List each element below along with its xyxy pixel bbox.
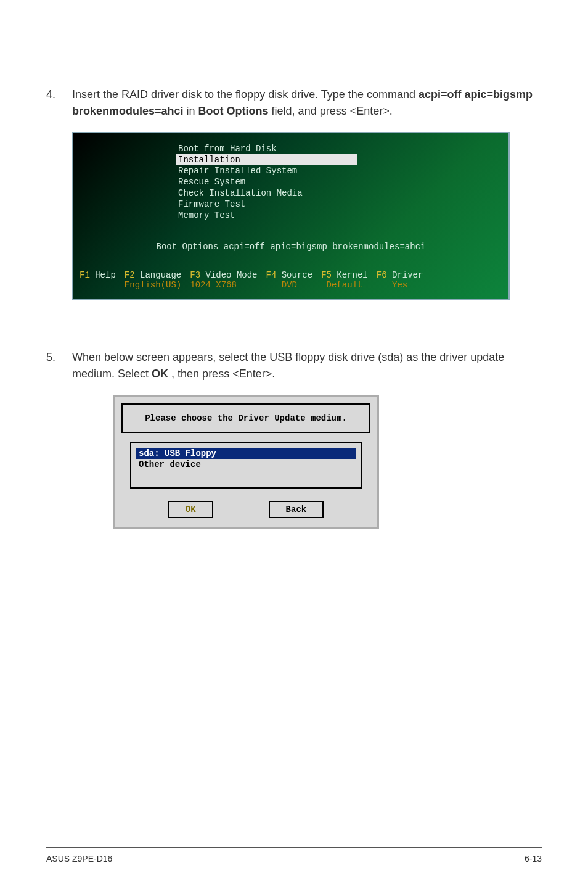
- step-4-number: 4.: [46, 86, 72, 120]
- f1-label: Help: [95, 270, 116, 280]
- f2-label: Language: [140, 270, 181, 280]
- f1-key: F1: [80, 270, 90, 280]
- f6-label: Driver: [392, 270, 423, 280]
- f4-label: Source: [282, 270, 312, 280]
- f2-key: F2: [125, 270, 135, 280]
- boot-screen: Boot from Hard Disk Installation Repair …: [72, 132, 510, 300]
- step5-pre: When below screen appears, select the US…: [72, 351, 504, 380]
- step5-post: , then press <Enter>.: [171, 368, 275, 380]
- dialog-list: sda: USB Floppy Other device: [130, 442, 362, 489]
- step4-pre: Insert the RAID driver disk to the flopp…: [72, 88, 419, 101]
- f3-label: Video Mode: [205, 270, 257, 280]
- boot-item-harddisk[interactable]: Boot from Hard Disk: [178, 143, 508, 154]
- boot-menu: Boot from Hard Disk Installation Repair …: [178, 143, 508, 221]
- fn-f3[interactable]: F3 Video Mode 1024 X768: [190, 270, 257, 290]
- f5-label: Kernel: [337, 270, 367, 280]
- boot-options-line[interactable]: Boot Options acpi=off apic=bigsmp broken…: [73, 242, 508, 252]
- fn-f5[interactable]: F5 Kernel Default: [321, 270, 368, 290]
- f4-sub: DVD: [266, 280, 313, 290]
- dialog-item-other[interactable]: Other device: [136, 459, 356, 470]
- driver-update-dialog: Please choose the Driver Update medium. …: [113, 395, 379, 529]
- boot-item-rescue[interactable]: Rescue System: [178, 176, 508, 188]
- fn-f2[interactable]: F2 Language English(US): [125, 270, 181, 290]
- fn-f1[interactable]: F1 Help: [80, 270, 116, 290]
- step-4-text: Insert the RAID driver disk to the flopp…: [72, 86, 542, 120]
- boot-item-memory[interactable]: Memory Test: [178, 210, 508, 221]
- step5-ok: OK: [152, 368, 168, 380]
- ok-button[interactable]: OK: [168, 501, 213, 518]
- step4-post: field, and press <Enter>.: [272, 105, 393, 117]
- f5-key: F5: [321, 270, 332, 280]
- f5-sub: Default: [321, 280, 368, 290]
- f4-key: F4: [266, 270, 277, 280]
- f3-key: F3: [190, 270, 200, 280]
- step4-mid: in: [187, 105, 198, 117]
- dialog-wrap: Please choose the Driver Update medium. …: [113, 395, 542, 529]
- fn-f4[interactable]: F4 Source DVD: [266, 270, 313, 290]
- boot-screen-wrap: Boot from Hard Disk Installation Repair …: [72, 132, 542, 300]
- fn-f6[interactable]: F6 Driver Yes: [377, 270, 423, 290]
- boot-item-firmware[interactable]: Firmware Test: [178, 199, 508, 210]
- boot-item-installation[interactable]: Installation: [176, 154, 357, 165]
- f6-sub: Yes: [377, 280, 423, 290]
- fn-row: F1 Help F2 Language English(US) F3 Video…: [73, 270, 508, 294]
- boot-item-repair[interactable]: Repair Installed System: [178, 165, 508, 176]
- step-5-text: When below screen appears, select the US…: [72, 349, 542, 382]
- dialog-item-sda[interactable]: sda: USB Floppy: [136, 448, 356, 459]
- step-4: 4. Insert the RAID driver disk to the fl…: [46, 86, 542, 120]
- boot-item-checkmedia[interactable]: Check Installation Media: [178, 188, 508, 199]
- step-5-number: 5.: [46, 349, 72, 382]
- step-5: 5. When below screen appears, select the…: [46, 349, 542, 382]
- dialog-title: Please choose the Driver Update medium.: [121, 403, 370, 433]
- f3-sub: 1024 X768: [190, 280, 237, 290]
- back-button[interactable]: Back: [269, 501, 324, 518]
- step4-field: Boot Options: [198, 105, 269, 117]
- f6-key: F6: [377, 270, 387, 280]
- f2-sub: English(US): [125, 280, 181, 290]
- dialog-buttons: OK Back: [121, 501, 370, 518]
